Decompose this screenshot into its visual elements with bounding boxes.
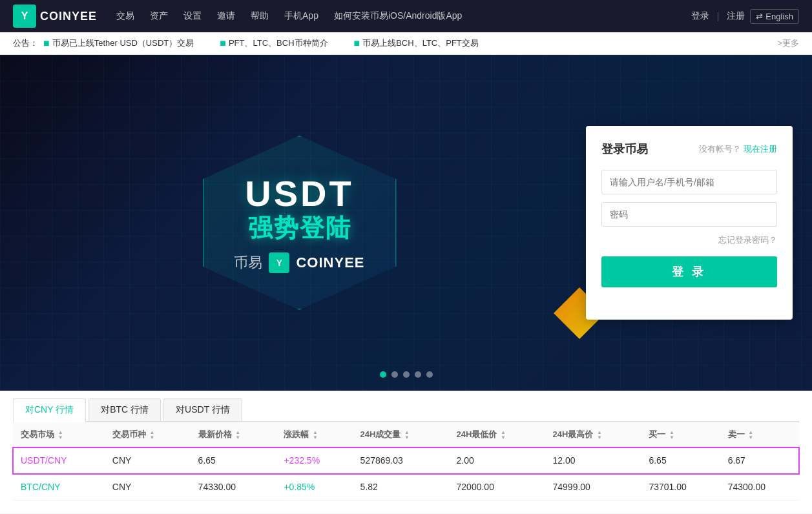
table-row: USDT/CNY CNY 6.65 +232.5% 527869.03 2.00 xyxy=(13,447,799,474)
hero-content: USDT 强势登陆 币易 Y COINYEE xyxy=(0,119,586,326)
cell-currency-2: CNY xyxy=(105,474,191,500)
sort-volume[interactable]: ▲▼ xyxy=(404,430,410,440)
login-register-hint: 没有帐号？ 现在注册 xyxy=(699,143,777,155)
cell-volume-2: 5.82 xyxy=(353,474,449,500)
nav-trade[interactable]: 交易 xyxy=(116,8,134,25)
announce-item-2: ■ PFT、LTC、BCH币种简介 xyxy=(220,37,328,49)
hero-hexagon: USDT 强势登陆 币易 Y COINYEE xyxy=(183,119,416,326)
table-row: BTC/CNY CNY 74330.00 +0.85% 5.82 72000.0… xyxy=(13,474,799,500)
carousel-dot-2[interactable] xyxy=(391,371,398,378)
col-volume: 24H成交量 ▲▼ xyxy=(353,422,449,447)
col-low: 24H最低价 ▲▼ xyxy=(449,422,545,447)
col-buy: 买一 ▲▼ xyxy=(641,422,720,447)
tab-usdt[interactable]: 对USDT 行情 xyxy=(163,398,242,421)
login-panel: 登录币易 没有帐号？ 现在注册 忘记登录密码？ 登 录 xyxy=(586,126,793,320)
announce-label: 公告： xyxy=(13,37,38,49)
market-tabs: 对CNY 行情 对BTC 行情 对USDT 行情 xyxy=(13,391,799,422)
hero-title-sub: 强势登陆 xyxy=(234,212,364,245)
nav-mobile[interactable]: 手机App xyxy=(284,8,318,25)
cell-market-1: USDT/CNY xyxy=(13,447,105,474)
register-nav-button[interactable]: 注册 xyxy=(727,10,745,22)
nav-help[interactable]: 帮助 xyxy=(251,8,269,25)
announce-link-2[interactable]: PFT、LTC、BCH币种简介 xyxy=(229,37,328,49)
tab-btc[interactable]: 对BTC 行情 xyxy=(88,398,161,421)
carousel-dot-1[interactable] xyxy=(380,371,386,378)
hero-brand-name: COINYEE xyxy=(296,254,364,271)
announce-link-3[interactable]: 币易上线BCH、LTC、PFT交易 xyxy=(362,37,479,49)
nav-settings[interactable]: 设置 xyxy=(183,8,202,25)
cell-buy-1: 6.65 xyxy=(641,447,720,474)
announcement-bar: 公告： ■ 币易已上线Tether USD（USDT）交易 ■ PFT、LTC、… xyxy=(0,32,812,55)
market-section: 对CNY 行情 对BTC 行情 对USDT 行情 交易市场 ▲▼ 交易币种 ▲▼… xyxy=(0,391,812,513)
col-price: 最新价格 ▲▼ xyxy=(191,422,276,447)
carousel-dot-4[interactable] xyxy=(415,371,421,378)
table-header: 交易市场 ▲▼ 交易币种 ▲▼ 最新价格 ▲▼ 涨跌幅 ▲▼ 24H成交量 xyxy=(13,422,799,447)
nav-install[interactable]: 如何安装币易iOS/Android版App xyxy=(334,8,462,25)
market-pair-usdt[interactable]: USDT/CNY xyxy=(21,455,67,466)
login-header: 登录币易 没有帐号？ 现在注册 xyxy=(601,141,777,157)
hero-title-usdt: USDT xyxy=(234,172,364,214)
forgot-password-link[interactable]: 忘记登录密码？ xyxy=(601,234,777,246)
nav-right: 登录 | 注册 ⇄ English xyxy=(691,9,799,24)
login-button[interactable]: 登 录 xyxy=(601,256,777,287)
col-high: 24H最高价 ▲▼ xyxy=(545,422,641,447)
cell-change-1: +232.5% xyxy=(276,447,352,474)
sort-high[interactable]: ▲▼ xyxy=(597,430,602,440)
sort-buy[interactable]: ▲▼ xyxy=(669,430,674,440)
login-nav-button[interactable]: 登录 xyxy=(691,10,709,22)
announce-dot-1: ■ xyxy=(43,38,50,48)
market-table: 交易市场 ▲▼ 交易币种 ▲▼ 最新价格 ▲▼ 涨跌幅 ▲▼ 24H成交量 xyxy=(13,422,799,500)
sort-change[interactable]: ▲▼ xyxy=(313,430,318,440)
navbar: Y COINYEE 交易 资产 设置 邀请 帮助 手机App 如何安装币易iOS… xyxy=(0,0,812,32)
lang-label: English xyxy=(765,12,793,21)
announce-dot-3: ■ xyxy=(354,38,360,48)
cell-volume-1: 527869.03 xyxy=(353,447,449,474)
change-badge-2: +0.85% xyxy=(284,482,315,492)
nav-assets[interactable]: 资产 xyxy=(150,8,168,25)
logo-icon: Y xyxy=(13,5,36,28)
logo-text: COINYEE xyxy=(40,10,97,23)
cell-high-2: 74999.00 xyxy=(545,474,641,500)
hex-inner: USDT 强势登陆 币易 Y COINYEE xyxy=(234,172,364,273)
cell-change-2: +0.85% xyxy=(276,474,352,500)
hero-brand: 币易 Y COINYEE xyxy=(234,252,364,273)
cell-low-1: 2.00 xyxy=(449,447,545,474)
username-input[interactable] xyxy=(601,170,777,194)
lang-icon: ⇄ xyxy=(756,12,763,21)
language-button[interactable]: ⇄ English xyxy=(750,9,799,24)
cell-low-2: 72000.00 xyxy=(449,474,545,500)
tab-cny[interactable]: 对CNY 行情 xyxy=(13,398,86,422)
announce-link-1[interactable]: 币易已上线Tether USD（USDT）交易 xyxy=(52,37,194,49)
change-badge-1: +232.5% xyxy=(284,455,320,466)
col-currency: 交易币种 ▲▼ xyxy=(105,422,191,447)
cell-currency-1: CNY xyxy=(105,447,191,474)
register-now-link[interactable]: 现在注册 xyxy=(744,144,777,154)
cell-sell-1: 6.67 xyxy=(720,447,799,474)
sort-market[interactable]: ▲▼ xyxy=(58,430,63,440)
announce-item-1: ■ 币易已上线Tether USD（USDT）交易 xyxy=(43,37,194,49)
col-market: 交易市场 ▲▼ xyxy=(13,422,105,447)
hero-brand-logo-icon: Y xyxy=(269,252,289,273)
login-title: 登录币易 xyxy=(601,141,648,157)
sort-low[interactable]: ▲▼ xyxy=(501,430,506,440)
carousel-dots xyxy=(380,371,433,378)
nav-invite[interactable]: 邀请 xyxy=(217,8,235,25)
password-input[interactable] xyxy=(601,202,777,227)
cell-price-2: 74330.00 xyxy=(191,474,276,500)
sort-currency[interactable]: ▲▼ xyxy=(149,430,154,440)
announce-more[interactable]: >更多 xyxy=(777,37,799,49)
announce-dot-2: ■ xyxy=(220,38,226,48)
col-change: 涨跌幅 ▲▼ xyxy=(276,422,352,447)
cell-sell-2: 74300.00 xyxy=(720,474,799,500)
carousel-dot-5[interactable] xyxy=(426,371,433,378)
hex-bg: USDT 强势登陆 币易 Y COINYEE xyxy=(183,119,416,326)
hero-brand-label: 币易 xyxy=(234,253,262,272)
cell-high-1: 12.00 xyxy=(545,447,641,474)
announce-item-3: ■ 币易上线BCH、LTC、PFT交易 xyxy=(354,37,479,49)
sort-price[interactable]: ▲▼ xyxy=(235,430,240,440)
logo[interactable]: Y COINYEE xyxy=(13,5,97,28)
carousel-dot-3[interactable] xyxy=(403,371,410,378)
market-pair-btc[interactable]: BTC/CNY xyxy=(21,482,60,492)
cell-market-2: BTC/CNY xyxy=(13,474,105,500)
sort-sell[interactable]: ▲▼ xyxy=(748,430,753,440)
